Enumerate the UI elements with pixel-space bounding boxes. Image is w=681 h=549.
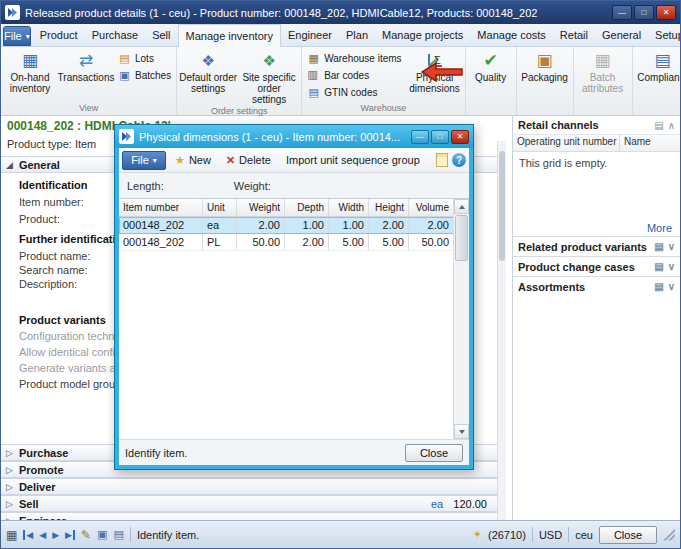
lots-button[interactable]: ▤ Lots — [114, 50, 175, 67]
assortments-section[interactable]: Assortments ▤ ∨ — [513, 276, 680, 296]
chevron-down-icon[interactable]: ∨ — [668, 241, 675, 252]
file-menu-button[interactable]: File ▾ — [3, 26, 31, 46]
batch-attributes-button[interactable]: ▦ Batch attributes — [575, 47, 631, 102]
tab-manage-costs[interactable]: Manage costs — [470, 24, 552, 46]
edit-record-icon[interactable]: ✎ — [81, 528, 91, 542]
grid-vertical-scrollbar[interactable] — [453, 199, 469, 439]
site-specific-order-settings-button[interactable]: ❖ Site specific order settings — [238, 47, 300, 105]
on-hand-inventory-button[interactable]: ▦ On-hand inventory — [2, 47, 58, 102]
close-form-button[interactable]: Close — [599, 526, 657, 544]
factbox-menu-icon[interactable]: ▤ — [654, 261, 663, 272]
gtin-codes-button[interactable]: ▤ GTIN codes — [303, 84, 405, 101]
grid-row[interactable]: 000148_202 ea 2.00 1.00 1.00 2.00 2.00 — [119, 217, 469, 234]
tab-product[interactable]: Product — [33, 24, 85, 46]
warehouse-items-button[interactable]: ▦ Warehouse items — [303, 50, 405, 67]
default-order-settings-icon: ❖ — [197, 49, 219, 71]
grid-column-header[interactable]: Weight — [237, 199, 285, 216]
grid-view-toggle-icon[interactable]: ▣ — [97, 528, 107, 541]
length-label: Length: — [127, 180, 164, 192]
compliance-button[interactable]: ▤ Complian... — [634, 47, 681, 102]
batches-button[interactable]: ▣ Batches — [114, 67, 175, 84]
import-unit-sequence-group-button[interactable]: Import unit sequence group — [280, 151, 426, 170]
factbox-menu-icon[interactable]: ▤ — [654, 120, 663, 131]
minimize-button[interactable]: — — [612, 5, 632, 20]
button-label: Site specific order settings — [239, 72, 299, 105]
close-window-button[interactable]: ✕ — [656, 5, 676, 20]
chevron-down-icon[interactable]: ∨ — [668, 281, 675, 292]
grid-column-header[interactable]: Unit — [203, 199, 237, 216]
document-handling-icon[interactable] — [436, 153, 448, 167]
tab-manage-inventory[interactable]: Manage inventory — [178, 24, 281, 47]
chevron-up-icon[interactable]: ∧ — [668, 120, 675, 131]
grid-column-header[interactable]: Width — [329, 199, 369, 216]
dialog-file-menu-button[interactable]: File ▾ — [122, 151, 166, 170]
column-header-name[interactable]: Name — [620, 135, 680, 151]
previous-record-icon[interactable]: ◀ — [39, 530, 46, 540]
chevron-down-icon[interactable]: ∨ — [668, 261, 675, 272]
status-bar: ▦ ◀ ◀ ▶ ▶ ✎ ▣ ▤ Identify item. ✦ (26710)… — [1, 520, 680, 548]
dialog-minimize-button[interactable]: — — [411, 130, 429, 144]
packaging-button[interactable]: ▣ Packaging — [518, 47, 572, 102]
last-record-icon[interactable]: ▶ — [65, 530, 75, 540]
main-vertical-scrollbar[interactable] — [497, 141, 506, 520]
packaging-icon: ▣ — [534, 49, 556, 71]
tab-general[interactable]: General — [595, 24, 648, 46]
factbox-menu-icon[interactable]: ▤ — [654, 281, 663, 292]
tab-purchase[interactable]: Purchase — [85, 24, 145, 46]
first-record-icon[interactable]: ◀ — [23, 530, 33, 540]
product-change-cases-section[interactable]: Product change cases ▤ ∨ — [513, 256, 680, 276]
resize-grip[interactable] — [663, 529, 675, 541]
button-label: Lots — [135, 53, 154, 64]
tab-sell[interactable]: Sell — [145, 24, 177, 46]
weight-label: Weight: — [234, 180, 271, 192]
column-header-operating-unit[interactable]: Operating unit number — [513, 135, 620, 151]
company-indicator[interactable]: ceu — [575, 529, 593, 541]
button-label: Quality — [475, 72, 506, 83]
new-button[interactable]: ★ New — [169, 151, 217, 170]
grid-column-header[interactable]: Depth — [285, 199, 329, 216]
annotation-arrow — [421, 61, 463, 85]
description-label: Description: — [19, 278, 77, 290]
details-view-toggle-icon[interactable]: ▤ — [114, 528, 124, 541]
more-link[interactable]: More — [513, 220, 680, 236]
dialog-titlebar: Physical dimensions (1 - ceu) - Item num… — [115, 125, 473, 148]
lots-icon: ▤ — [118, 52, 131, 65]
grid-column-header[interactable]: Volume — [409, 199, 453, 216]
delete-button[interactable]: ✕ Delete — [220, 151, 277, 170]
button-label: Batch attributes — [576, 72, 630, 94]
scroll-up-icon[interactable] — [454, 199, 469, 214]
related-product-variants-section[interactable]: Related product variants ▤ ∨ — [513, 236, 680, 256]
dialog-maximize-button[interactable]: □ — [431, 130, 449, 144]
default-order-settings-button[interactable]: ❖ Default order settings — [178, 47, 238, 105]
tab-engineer[interactable]: Engineer — [281, 24, 339, 46]
tab-manage-projects[interactable]: Manage projects — [375, 24, 470, 46]
tab-setup[interactable]: Setup — [648, 24, 681, 46]
collapsed-arrow-icon: ▷ — [6, 482, 13, 492]
currency-indicator[interactable]: USD — [539, 529, 562, 541]
tab-retail[interactable]: Retail — [553, 24, 595, 46]
sell-price-summary: 120.00 — [453, 498, 487, 510]
ribbon-tab-bar: File ▾ Product Purchase Sell Manage inve… — [1, 24, 680, 47]
grid-view-icon[interactable]: ▦ — [6, 528, 17, 542]
transactions-button[interactable]: ⇄ Transactions — [58, 47, 114, 102]
factbox-menu-icon[interactable]: ▤ — [654, 241, 663, 252]
retail-channels-header[interactable]: Retail channels ▤ ∧ — [513, 116, 680, 135]
maximize-button[interactable]: □ — [634, 5, 654, 20]
help-icon[interactable]: ? — [452, 153, 466, 167]
fasttab-label: Deliver — [19, 481, 56, 493]
button-label: Bar codes — [324, 70, 369, 81]
fasttab-deliver[interactable]: ▷ Deliver — [1, 478, 497, 495]
scroll-down-icon[interactable] — [454, 424, 469, 439]
next-record-icon[interactable]: ▶ — [52, 530, 59, 540]
tab-plan[interactable]: Plan — [339, 24, 375, 46]
empty-grid-text: This grid is empty. — [513, 152, 680, 174]
dialog-close-action-button[interactable]: Close — [405, 444, 463, 462]
fasttab-sell[interactable]: ▷ Sell ea 120.00 — [1, 495, 497, 512]
grid-row[interactable]: 000148_202 PL 50.00 2.00 5.00 5.00 50.00 — [119, 234, 469, 251]
dialog-close-button[interactable]: ✕ — [451, 130, 469, 144]
bar-codes-button[interactable]: ▤ Bar codes — [303, 67, 405, 84]
fasttab-engineer[interactable]: ▷ Engineer — [1, 512, 497, 520]
grid-column-header[interactable]: Item number — [119, 199, 203, 216]
quality-button[interactable]: ✔ Quality — [467, 47, 515, 102]
grid-column-header[interactable]: Height — [369, 199, 409, 216]
